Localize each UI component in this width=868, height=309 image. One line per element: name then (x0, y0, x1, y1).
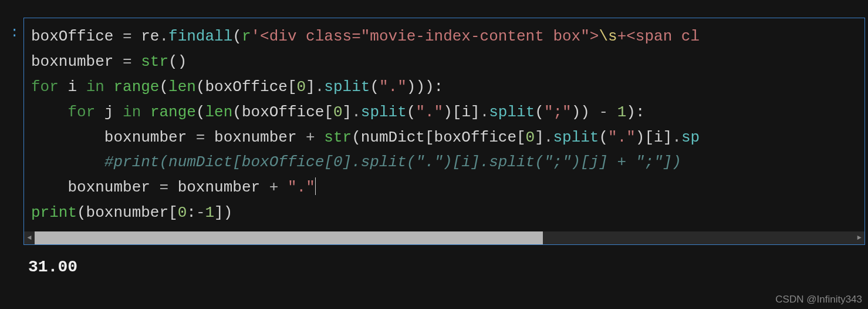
code-line-7: boxnumber = boxnumber + "." (31, 175, 857, 200)
scroll-track[interactable] (35, 231, 854, 244)
output-text: 31.00 (28, 258, 77, 276)
code-line-5: boxnumber = boxnumber + str(numDict[boxO… (31, 125, 857, 150)
text-cursor (315, 177, 316, 195)
scroll-right-arrow-icon[interactable]: ► (854, 231, 864, 244)
code-line-4: for j in range(len(boxOffice[0].split(".… (31, 100, 857, 125)
code-content[interactable]: boxOffice = re.findall(r'<div class="mov… (24, 18, 864, 231)
code-line-8: print(boxnumber[0:-1]) (31, 200, 857, 226)
code-line-6: #print(numDict[boxOffice[0].split(".")[i… (31, 150, 857, 175)
scroll-left-arrow-icon[interactable]: ◄ (24, 231, 35, 244)
output-area: 31.00 (0, 245, 868, 276)
code-line-3: for i in range(len(boxOffice[0].split(".… (31, 75, 857, 100)
code-cell[interactable]: boxOffice = re.findall(r'<div class="mov… (23, 18, 865, 245)
horizontal-scrollbar[interactable]: ◄ ► (24, 231, 864, 244)
prompt-text: : (11, 25, 19, 41)
watermark: CSDN @Infinity343 (775, 294, 862, 305)
code-line-2: boxnumber = str() (31, 49, 857, 75)
notebook-cell: : boxOffice = re.findall(r'<div class="m… (0, 0, 868, 245)
scroll-thumb[interactable] (35, 231, 543, 244)
input-prompt: : (0, 18, 23, 245)
code-line-1: boxOffice = re.findall(r'<div class="mov… (31, 24, 857, 49)
